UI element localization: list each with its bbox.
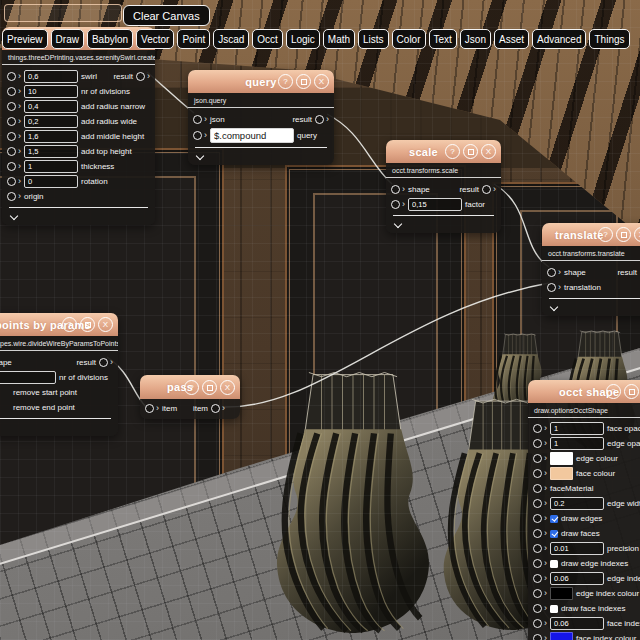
close-button[interactable]: X bbox=[314, 74, 329, 89]
duplicate-button[interactable] bbox=[80, 317, 95, 332]
precision-input[interactable] bbox=[550, 542, 604, 555]
node-header[interactable]: points by params ? X bbox=[0, 313, 118, 336]
node-points-by-params[interactable]: points by params ? X occt.shapes.wire.di… bbox=[0, 313, 118, 436]
search-input[interactable] bbox=[4, 4, 122, 22]
input-port-icon[interactable] bbox=[547, 268, 556, 277]
edge-opacity-input[interactable] bbox=[550, 437, 604, 450]
node-query[interactable]: query ? X json.query › json result› › qu… bbox=[188, 70, 334, 165]
tab-things[interactable]: Things bbox=[589, 29, 629, 49]
nr-of-divisions-input[interactable] bbox=[24, 85, 78, 98]
help-button[interactable]: ? bbox=[598, 227, 613, 242]
node-header[interactable]: scale ? X bbox=[386, 140, 501, 163]
input-port-icon[interactable] bbox=[7, 102, 16, 111]
close-button[interactable]: X bbox=[220, 380, 235, 395]
tab-occt[interactable]: Occt bbox=[252, 29, 283, 49]
duplicate-button[interactable] bbox=[624, 384, 639, 399]
tab-math[interactable]: Math bbox=[323, 29, 355, 49]
duplicate-button[interactable] bbox=[463, 144, 478, 159]
tab-json[interactable]: Json bbox=[460, 29, 491, 49]
draw-faces-checkbox[interactable] bbox=[550, 530, 558, 538]
tab-color[interactable]: Color bbox=[392, 29, 426, 49]
input-port-icon[interactable] bbox=[533, 574, 542, 583]
thickness-input[interactable] bbox=[24, 160, 78, 173]
tab-logic[interactable]: Logic bbox=[286, 29, 320, 49]
node-scale[interactable]: scale ? X occt.transforms.scale › shape … bbox=[386, 140, 501, 233]
add-radius-wide-input[interactable] bbox=[24, 115, 78, 128]
duplicate-button[interactable] bbox=[202, 380, 217, 395]
chevron-down-icon[interactable] bbox=[395, 220, 402, 227]
input-port-icon[interactable] bbox=[533, 454, 542, 463]
node-header[interactable]: query ? X bbox=[188, 70, 334, 93]
output-port-icon[interactable] bbox=[482, 185, 491, 194]
input-port-icon[interactable] bbox=[391, 185, 400, 194]
help-button[interactable]: ? bbox=[606, 384, 621, 399]
output-port-icon[interactable] bbox=[99, 358, 108, 367]
input-port-icon[interactable] bbox=[7, 177, 16, 186]
tab-asset[interactable]: Asset bbox=[494, 29, 529, 49]
chevron-down-icon[interactable] bbox=[11, 212, 18, 219]
input-port-icon[interactable] bbox=[533, 439, 542, 448]
input-port-icon[interactable] bbox=[193, 131, 202, 140]
node-pass[interactable]: pass ? X › item item› bbox=[140, 375, 240, 419]
help-button[interactable]: ? bbox=[445, 144, 460, 159]
node-header[interactable]: pass ? X bbox=[140, 375, 240, 399]
input-port-icon[interactable] bbox=[533, 529, 542, 538]
tab-advanced[interactable]: Advanced bbox=[532, 29, 586, 49]
input-port-icon[interactable] bbox=[533, 469, 542, 478]
draw-edge-indexes-checkbox[interactable] bbox=[550, 560, 558, 568]
tab-text[interactable]: Text bbox=[429, 29, 457, 49]
input-port-icon[interactable] bbox=[7, 162, 16, 171]
tab-vector[interactable]: Vector bbox=[136, 29, 174, 49]
help-button[interactable]: ? bbox=[62, 317, 77, 332]
node-header[interactable]: translate ? X bbox=[542, 223, 640, 246]
edge-index-colour-swatch[interactable] bbox=[550, 587, 573, 600]
close-button[interactable]: X bbox=[481, 144, 496, 159]
input-port-icon[interactable] bbox=[533, 634, 542, 640]
input-port-icon[interactable] bbox=[533, 589, 542, 598]
input-port-icon[interactable] bbox=[533, 484, 542, 493]
face-colour-swatch[interactable] bbox=[550, 467, 573, 480]
edge-index-height-input[interactable] bbox=[550, 572, 604, 585]
swirl-input[interactable] bbox=[24, 70, 78, 83]
face-index-height-input[interactable] bbox=[550, 617, 604, 630]
input-port-icon[interactable] bbox=[7, 87, 16, 96]
tab-draw[interactable]: Draw bbox=[51, 29, 84, 49]
input-port-icon[interactable] bbox=[7, 192, 16, 201]
input-port-icon[interactable] bbox=[533, 499, 542, 508]
face-opacity-input[interactable] bbox=[550, 422, 604, 435]
duplicate-button[interactable] bbox=[296, 74, 311, 89]
draw-face-indexes-checkbox[interactable] bbox=[550, 605, 558, 613]
node-serenity-swirl[interactable]: things.threeDPrinting.vases.serenitySwir… bbox=[2, 27, 155, 225]
input-port-icon[interactable] bbox=[533, 604, 542, 613]
clear-canvas-button[interactable]: Clear Canvas bbox=[123, 5, 210, 26]
input-port-icon[interactable] bbox=[533, 514, 542, 523]
input-port-icon[interactable] bbox=[145, 404, 154, 413]
add-radius-narrow-input[interactable] bbox=[24, 100, 78, 113]
chevron-down-icon[interactable] bbox=[551, 303, 558, 310]
output-port-icon[interactable] bbox=[315, 115, 324, 124]
input-port-icon[interactable] bbox=[193, 115, 202, 124]
query-input[interactable] bbox=[210, 128, 294, 143]
tab-lists[interactable]: Lists bbox=[358, 29, 389, 49]
input-port-icon[interactable] bbox=[7, 132, 16, 141]
output-port-icon[interactable] bbox=[136, 72, 145, 81]
tab-jscad[interactable]: Jscad bbox=[213, 29, 249, 49]
input-port-icon[interactable] bbox=[7, 147, 16, 156]
face-index-colour-swatch[interactable] bbox=[550, 632, 573, 640]
input-port-icon[interactable] bbox=[547, 283, 556, 292]
help-button[interactable]: ? bbox=[184, 380, 199, 395]
output-port-icon[interactable] bbox=[211, 404, 220, 413]
tab-preview[interactable]: Preview bbox=[2, 29, 48, 49]
input-port-icon[interactable] bbox=[533, 559, 542, 568]
add-middle-height-input[interactable] bbox=[24, 130, 78, 143]
node-translate[interactable]: translate ? X occt.transforms.translate … bbox=[542, 223, 640, 316]
input-port-icon[interactable] bbox=[533, 424, 542, 433]
tab-babylon[interactable]: Babylon bbox=[87, 29, 133, 49]
chevron-down-icon[interactable] bbox=[197, 152, 204, 159]
input-port-icon[interactable] bbox=[533, 544, 542, 553]
nr-of-divisions-input[interactable] bbox=[0, 371, 56, 384]
duplicate-button[interactable] bbox=[616, 227, 631, 242]
add-top-height-input[interactable] bbox=[24, 145, 78, 158]
node-header[interactable]: occt shape ? X bbox=[528, 380, 640, 403]
edge-width-input[interactable] bbox=[550, 497, 604, 510]
